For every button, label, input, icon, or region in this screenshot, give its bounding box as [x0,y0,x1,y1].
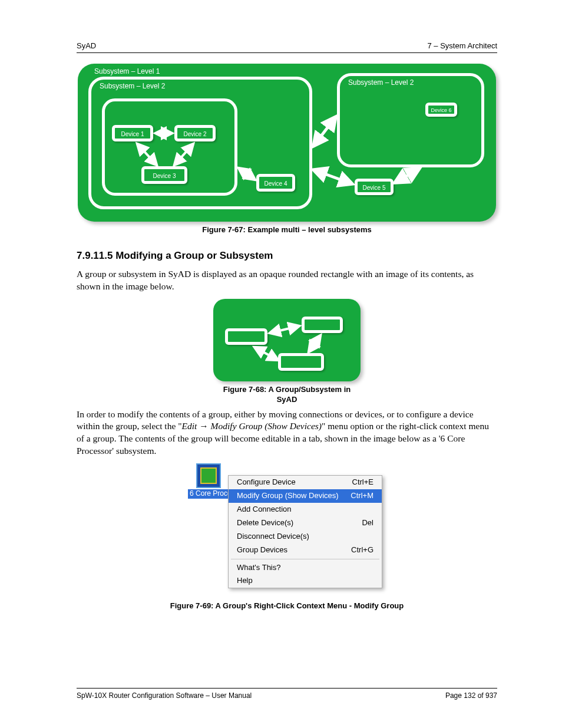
device-5-label: Device 5 [358,184,391,192]
menu-configure-device[interactable]: Configure Device Ctrl+E [229,476,382,489]
header-left: SyAD [77,41,96,51]
figure-2: Figure 7-68: A Group/Subsystem in SyAD [213,299,361,405]
figure-3-caption: Figure 7-69: A Group's Right-Click Conte… [77,601,497,611]
processor-icon[interactable] [196,463,221,488]
svg-line-1 [137,144,157,165]
svg-line-3 [239,168,255,180]
svg-line-5 [313,170,352,184]
label-level1: Subsystem – Level 1 [94,67,160,77]
header-right: 7 – System Architect [428,41,498,51]
device-5: Device 5 [355,179,394,195]
subsystem-level2-right: Subsystem – Level 2 Device 6 [337,73,484,167]
svg-line-4 [313,117,336,146]
device-3-label: Device 3 [144,172,184,180]
menu-item-label: Add Connection [237,505,292,515]
menu-disconnect-devices[interactable]: Disconnect Device(s) [229,530,382,543]
footer-left: SpW-10X Router Configuration Software – … [77,691,252,701]
page-footer: SpW-10X Router Configuration Software – … [77,691,497,701]
figure-1: Subsystem – Level 1 Subsystem – Level 2 … [78,64,496,235]
menu-item-label: What's This? [237,563,281,573]
menu-item-label: Delete Device(s) [237,518,293,528]
menu-delete-devices[interactable]: Delete Device(s) Del [229,516,382,530]
menu-separator [231,559,379,559]
svg-line-2 [174,144,193,165]
svg-line-7 [270,326,299,333]
svg-line-8 [254,347,278,360]
device-4: Device 4 [256,174,295,192]
context-menu: Configure Device Ctrl+E Modify Group (Sh… [228,475,382,588]
device-2-label: Device 2 [177,130,213,138]
fig2-device-b [302,317,343,333]
device-2: Device 2 [174,125,216,141]
menu-add-connection[interactable]: Add Connection [229,503,382,516]
p2-arrow: → [199,421,209,431]
menu-item-label: Disconnect Device(s) [237,532,309,542]
label-level2-right: Subsystem – Level 2 [348,78,414,88]
menu-whats-this[interactable]: What's This? [229,561,382,575]
processor-die-icon [200,467,217,484]
menu-group-devices[interactable]: Group Devices Ctrl+G [229,543,382,557]
menu-item-shortcut: Ctrl+G [351,545,373,555]
fig2-device-a [225,328,267,345]
page: SyAD 7 – System Architect Subsystem – Le… [0,0,562,728]
page-header: SyAD 7 – System Architect [77,41,497,51]
menu-item-label: Help [237,576,253,586]
svg-line-6 [395,169,419,183]
header-rule [77,52,497,53]
label-level2-left: Subsystem – Level 2 [100,82,165,91]
figure-1-panel: Subsystem – Level 1 Subsystem – Level 2 … [78,64,496,222]
device-1: Device 1 [112,125,153,141]
figure-3: 6 Core Processor Configure Device Ctrl+E… [193,463,381,599]
menu-item-label: Configure Device [237,477,296,487]
arrows-inner [105,101,240,199]
p2-em1: Edit [182,421,200,431]
subsystem-level3: Device 1 Device 2 Device 3 [102,98,237,196]
footer-right: Page 132 of 937 [445,691,497,701]
section-heading: 7.9.11.5 Modifying a Group or Subsystem [77,249,497,262]
paragraph-2: In order to modify the contents of a gro… [77,409,497,458]
menu-item-shortcut: Ctrl+E [352,477,373,487]
menu-help[interactable]: Help [229,574,382,588]
menu-item-shortcut: Ctrl+M [351,491,373,501]
device-4-label: Device 4 [259,180,292,187]
menu-item-label: Group Devices [237,545,287,555]
device-1-label: Device 1 [115,130,150,138]
device-6-label: Device 6 [428,107,454,114]
fig2-device-c [278,353,324,371]
figure-2-caption: Figure 7-68: A Group/Subsystem in SyAD [213,385,361,405]
subsystem-level2-left: Subsystem – Level 2 Device 1 Device 2 De… [88,77,312,209]
p2-em2: Modify Group (Show Devices) [209,421,322,431]
svg-line-9 [309,335,320,352]
menu-item-shortcut: Del [362,518,373,528]
menu-modify-group[interactable]: Modify Group (Show Devices) Ctrl+M [229,489,382,503]
menu-item-label: Modify Group (Show Devices) [237,491,339,501]
figure-2-panel [213,299,361,381]
device-3: Device 3 [141,166,187,184]
paragraph-1: A group or subsystem in SyAD is displaye… [77,268,497,293]
device-6: Device 6 [425,103,457,117]
footer-rule [77,688,497,689]
figure-1-caption: Figure 7-67: Example multi – level subsy… [78,225,496,235]
